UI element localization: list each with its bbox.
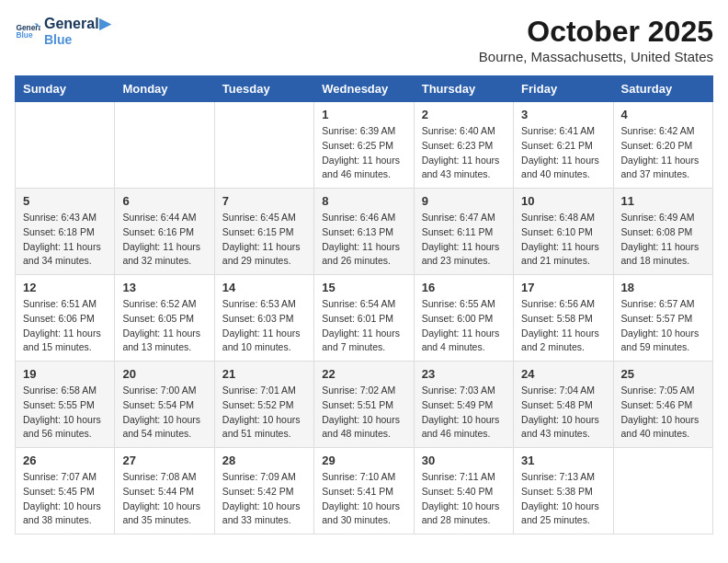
calendar-cell: 24Sunrise: 7:04 AMSunset: 5:48 PMDayligh… bbox=[514, 362, 613, 448]
calendar-cell: 13Sunrise: 6:52 AMSunset: 6:05 PMDayligh… bbox=[115, 275, 214, 362]
day-info: Sunrise: 6:51 AMSunset: 6:06 PMDaylight:… bbox=[23, 297, 107, 355]
calendar-cell: 20Sunrise: 7:00 AMSunset: 5:54 PMDayligh… bbox=[115, 362, 214, 448]
day-info: Sunrise: 7:10 AMSunset: 5:41 PMDaylight:… bbox=[322, 470, 405, 528]
logo: General Blue General▶ Blue bbox=[15, 15, 110, 48]
day-number: 24 bbox=[521, 367, 605, 381]
day-number: 28 bbox=[222, 454, 306, 467]
day-info: Sunrise: 7:01 AMSunset: 5:52 PMDaylight:… bbox=[222, 384, 306, 442]
day-info: Sunrise: 6:39 AMSunset: 6:25 PMDaylight:… bbox=[322, 124, 405, 182]
day-number: 20 bbox=[122, 367, 206, 381]
calendar-cell: 15Sunrise: 6:54 AMSunset: 6:01 PMDayligh… bbox=[314, 275, 414, 362]
calendar-week-row: 26Sunrise: 7:07 AMSunset: 5:45 PMDayligh… bbox=[16, 448, 713, 534]
calendar-cell: 22Sunrise: 7:02 AMSunset: 5:51 PMDayligh… bbox=[314, 362, 414, 448]
page-header: General Blue General▶ Blue October 2025 … bbox=[15, 15, 713, 64]
day-number: 8 bbox=[322, 194, 405, 208]
svg-text:Blue: Blue bbox=[16, 30, 32, 40]
month-title: October 2025 bbox=[479, 15, 713, 49]
calendar-cell: 11Sunrise: 6:49 AMSunset: 6:08 PMDayligh… bbox=[613, 189, 712, 275]
day-info: Sunrise: 6:46 AMSunset: 6:13 PMDaylight:… bbox=[322, 211, 405, 269]
day-number: 6 bbox=[122, 194, 206, 208]
day-number: 12 bbox=[23, 281, 107, 294]
calendar-cell: 18Sunrise: 6:57 AMSunset: 5:57 PMDayligh… bbox=[613, 275, 712, 362]
calendar-cell bbox=[115, 102, 214, 189]
day-number: 13 bbox=[122, 281, 206, 294]
weekday-header: Sunday bbox=[16, 76, 115, 102]
calendar-cell: 17Sunrise: 6:56 AMSunset: 5:58 PMDayligh… bbox=[514, 275, 613, 362]
calendar-cell: 30Sunrise: 7:11 AMSunset: 5:40 PMDayligh… bbox=[414, 448, 513, 534]
calendar-cell: 6Sunrise: 6:44 AMSunset: 6:16 PMDaylight… bbox=[115, 189, 214, 275]
calendar-cell: 31Sunrise: 7:13 AMSunset: 5:38 PMDayligh… bbox=[514, 448, 613, 534]
weekday-header: Wednesday bbox=[314, 76, 414, 102]
day-number: 17 bbox=[521, 281, 605, 294]
title-section: October 2025 Bourne, Massachusetts, Unit… bbox=[479, 15, 713, 64]
day-info: Sunrise: 6:58 AMSunset: 5:55 PMDaylight:… bbox=[23, 384, 107, 442]
day-info: Sunrise: 6:56 AMSunset: 5:58 PMDaylight:… bbox=[521, 297, 605, 355]
calendar-cell: 7Sunrise: 6:45 AMSunset: 6:15 PMDaylight… bbox=[214, 189, 313, 275]
calendar-cell bbox=[613, 448, 712, 534]
calendar-cell: 21Sunrise: 7:01 AMSunset: 5:52 PMDayligh… bbox=[214, 362, 313, 448]
weekday-header: Monday bbox=[115, 76, 214, 102]
location-title: Bourne, Massachusetts, United States bbox=[479, 49, 713, 64]
logo-icon: General Blue bbox=[15, 18, 40, 44]
day-number: 27 bbox=[122, 454, 206, 467]
day-number: 10 bbox=[521, 194, 605, 208]
calendar-cell: 23Sunrise: 7:03 AMSunset: 5:49 PMDayligh… bbox=[414, 362, 513, 448]
calendar-cell: 25Sunrise: 7:05 AMSunset: 5:46 PMDayligh… bbox=[613, 362, 712, 448]
calendar-cell: 19Sunrise: 6:58 AMSunset: 5:55 PMDayligh… bbox=[16, 362, 115, 448]
day-info: Sunrise: 6:44 AMSunset: 6:16 PMDaylight:… bbox=[122, 211, 206, 269]
day-number: 19 bbox=[23, 367, 107, 381]
calendar-cell bbox=[214, 102, 313, 189]
calendar-cell: 16Sunrise: 6:55 AMSunset: 6:00 PMDayligh… bbox=[414, 275, 513, 362]
calendar-cell: 10Sunrise: 6:48 AMSunset: 6:10 PMDayligh… bbox=[514, 189, 613, 275]
calendar-cell: 8Sunrise: 6:46 AMSunset: 6:13 PMDaylight… bbox=[314, 189, 414, 275]
calendar-week-row: 12Sunrise: 6:51 AMSunset: 6:06 PMDayligh… bbox=[16, 275, 713, 362]
day-number: 23 bbox=[422, 367, 506, 381]
day-number: 16 bbox=[422, 281, 506, 294]
day-number: 25 bbox=[621, 367, 705, 381]
logo-text: General▶ bbox=[44, 15, 110, 32]
day-number: 30 bbox=[422, 454, 506, 467]
calendar-week-row: 1Sunrise: 6:39 AMSunset: 6:25 PMDaylight… bbox=[16, 102, 713, 189]
weekday-header: Tuesday bbox=[214, 76, 313, 102]
day-number: 26 bbox=[23, 454, 107, 467]
calendar-cell: 27Sunrise: 7:08 AMSunset: 5:44 PMDayligh… bbox=[115, 448, 214, 534]
calendar-table: SundayMondayTuesdayWednesdayThursdayFrid… bbox=[15, 75, 713, 534]
day-info: Sunrise: 6:45 AMSunset: 6:15 PMDaylight:… bbox=[222, 211, 306, 269]
day-info: Sunrise: 7:13 AMSunset: 5:38 PMDaylight:… bbox=[521, 470, 605, 528]
day-info: Sunrise: 6:54 AMSunset: 6:01 PMDaylight:… bbox=[322, 297, 405, 355]
day-number: 31 bbox=[521, 454, 605, 467]
weekday-header: Saturday bbox=[613, 76, 712, 102]
day-info: Sunrise: 7:04 AMSunset: 5:48 PMDaylight:… bbox=[521, 384, 605, 442]
calendar-cell: 12Sunrise: 6:51 AMSunset: 6:06 PMDayligh… bbox=[16, 275, 115, 362]
calendar-cell: 28Sunrise: 7:09 AMSunset: 5:42 PMDayligh… bbox=[214, 448, 313, 534]
day-info: Sunrise: 7:11 AMSunset: 5:40 PMDaylight:… bbox=[422, 470, 506, 528]
weekday-header: Thursday bbox=[414, 76, 513, 102]
day-number: 29 bbox=[322, 454, 405, 467]
day-info: Sunrise: 7:08 AMSunset: 5:44 PMDaylight:… bbox=[122, 470, 206, 528]
day-number: 9 bbox=[422, 194, 506, 208]
calendar-week-row: 19Sunrise: 6:58 AMSunset: 5:55 PMDayligh… bbox=[16, 362, 713, 448]
day-info: Sunrise: 6:47 AMSunset: 6:11 PMDaylight:… bbox=[422, 211, 506, 269]
day-number: 7 bbox=[222, 194, 306, 208]
day-info: Sunrise: 7:09 AMSunset: 5:42 PMDaylight:… bbox=[222, 470, 306, 528]
day-number: 21 bbox=[222, 367, 306, 381]
day-info: Sunrise: 7:02 AMSunset: 5:51 PMDaylight:… bbox=[322, 384, 405, 442]
day-number: 22 bbox=[322, 367, 405, 381]
calendar-cell: 4Sunrise: 6:42 AMSunset: 6:20 PMDaylight… bbox=[613, 102, 712, 189]
calendar-cell: 3Sunrise: 6:41 AMSunset: 6:21 PMDaylight… bbox=[514, 102, 613, 189]
day-number: 18 bbox=[621, 281, 705, 294]
day-info: Sunrise: 6:49 AMSunset: 6:08 PMDaylight:… bbox=[621, 211, 705, 269]
day-info: Sunrise: 7:00 AMSunset: 5:54 PMDaylight:… bbox=[122, 384, 206, 442]
day-number: 5 bbox=[23, 194, 107, 208]
day-info: Sunrise: 6:40 AMSunset: 6:23 PMDaylight:… bbox=[422, 124, 506, 182]
day-info: Sunrise: 6:48 AMSunset: 6:10 PMDaylight:… bbox=[521, 211, 605, 269]
day-number: 3 bbox=[521, 108, 605, 121]
day-number: 1 bbox=[322, 108, 405, 121]
day-info: Sunrise: 6:53 AMSunset: 6:03 PMDaylight:… bbox=[222, 297, 306, 355]
day-number: 11 bbox=[621, 194, 705, 208]
calendar-cell: 1Sunrise: 6:39 AMSunset: 6:25 PMDaylight… bbox=[314, 102, 414, 189]
weekday-header: Friday bbox=[514, 76, 613, 102]
day-info: Sunrise: 6:43 AMSunset: 6:18 PMDaylight:… bbox=[23, 211, 107, 269]
calendar-cell: 14Sunrise: 6:53 AMSunset: 6:03 PMDayligh… bbox=[214, 275, 313, 362]
day-number: 15 bbox=[322, 281, 405, 294]
